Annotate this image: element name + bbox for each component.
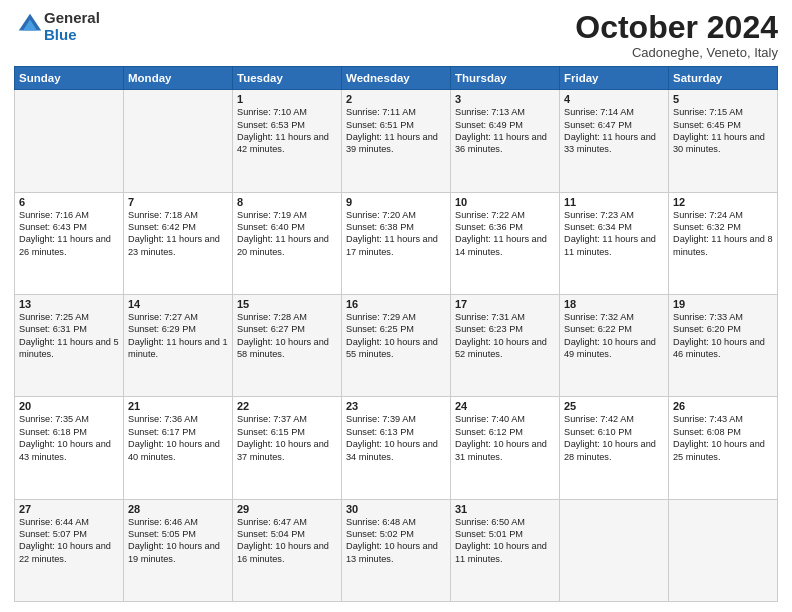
day-number: 11	[564, 196, 664, 208]
logo: General Blue	[14, 10, 100, 43]
day-info: Sunrise: 7:14 AM Sunset: 6:47 PM Dayligh…	[564, 106, 664, 156]
calendar-cell	[669, 499, 778, 601]
day-number: 7	[128, 196, 228, 208]
calendar-cell: 21Sunrise: 7:36 AM Sunset: 6:17 PM Dayli…	[124, 397, 233, 499]
day-number: 15	[237, 298, 337, 310]
day-info: Sunrise: 7:40 AM Sunset: 6:12 PM Dayligh…	[455, 413, 555, 463]
logo-text-blue: Blue	[44, 27, 100, 44]
week-row-2: 6Sunrise: 7:16 AM Sunset: 6:43 PM Daylig…	[15, 192, 778, 294]
day-number: 23	[346, 400, 446, 412]
day-number: 17	[455, 298, 555, 310]
calendar-cell: 22Sunrise: 7:37 AM Sunset: 6:15 PM Dayli…	[233, 397, 342, 499]
day-info: Sunrise: 7:20 AM Sunset: 6:38 PM Dayligh…	[346, 209, 446, 259]
day-number: 14	[128, 298, 228, 310]
calendar-cell: 23Sunrise: 7:39 AM Sunset: 6:13 PM Dayli…	[342, 397, 451, 499]
day-info: Sunrise: 7:37 AM Sunset: 6:15 PM Dayligh…	[237, 413, 337, 463]
day-number: 31	[455, 503, 555, 515]
day-info: Sunrise: 6:48 AM Sunset: 5:02 PM Dayligh…	[346, 516, 446, 566]
day-number: 19	[673, 298, 773, 310]
weekday-header-row: SundayMondayTuesdayWednesdayThursdayFrid…	[15, 67, 778, 90]
day-info: Sunrise: 7:39 AM Sunset: 6:13 PM Dayligh…	[346, 413, 446, 463]
calendar-cell: 11Sunrise: 7:23 AM Sunset: 6:34 PM Dayli…	[560, 192, 669, 294]
calendar-cell: 25Sunrise: 7:42 AM Sunset: 6:10 PM Dayli…	[560, 397, 669, 499]
calendar-cell: 31Sunrise: 6:50 AM Sunset: 5:01 PM Dayli…	[451, 499, 560, 601]
calendar-cell: 26Sunrise: 7:43 AM Sunset: 6:08 PM Dayli…	[669, 397, 778, 499]
day-number: 22	[237, 400, 337, 412]
day-info: Sunrise: 7:42 AM Sunset: 6:10 PM Dayligh…	[564, 413, 664, 463]
calendar-cell: 8Sunrise: 7:19 AM Sunset: 6:40 PM Daylig…	[233, 192, 342, 294]
calendar-cell: 5Sunrise: 7:15 AM Sunset: 6:45 PM Daylig…	[669, 90, 778, 192]
logo-text-general: General	[44, 10, 100, 27]
day-number: 28	[128, 503, 228, 515]
calendar-cell: 1Sunrise: 7:10 AM Sunset: 6:53 PM Daylig…	[233, 90, 342, 192]
day-info: Sunrise: 7:33 AM Sunset: 6:20 PM Dayligh…	[673, 311, 773, 361]
day-info: Sunrise: 7:32 AM Sunset: 6:22 PM Dayligh…	[564, 311, 664, 361]
day-number: 4	[564, 93, 664, 105]
day-info: Sunrise: 6:50 AM Sunset: 5:01 PM Dayligh…	[455, 516, 555, 566]
calendar-cell: 20Sunrise: 7:35 AM Sunset: 6:18 PM Dayli…	[15, 397, 124, 499]
day-number: 24	[455, 400, 555, 412]
calendar-cell: 15Sunrise: 7:28 AM Sunset: 6:27 PM Dayli…	[233, 294, 342, 396]
calendar-cell: 17Sunrise: 7:31 AM Sunset: 6:23 PM Dayli…	[451, 294, 560, 396]
day-info: Sunrise: 7:22 AM Sunset: 6:36 PM Dayligh…	[455, 209, 555, 259]
page: General Blue October 2024 Cadoneghe, Ven…	[0, 0, 792, 612]
calendar-cell: 9Sunrise: 7:20 AM Sunset: 6:38 PM Daylig…	[342, 192, 451, 294]
day-number: 8	[237, 196, 337, 208]
day-number: 12	[673, 196, 773, 208]
calendar-table: SundayMondayTuesdayWednesdayThursdayFrid…	[14, 66, 778, 602]
calendar-cell: 18Sunrise: 7:32 AM Sunset: 6:22 PM Dayli…	[560, 294, 669, 396]
day-info: Sunrise: 7:35 AM Sunset: 6:18 PM Dayligh…	[19, 413, 119, 463]
header: General Blue October 2024 Cadoneghe, Ven…	[14, 10, 778, 60]
calendar-cell	[15, 90, 124, 192]
day-number: 16	[346, 298, 446, 310]
week-row-3: 13Sunrise: 7:25 AM Sunset: 6:31 PM Dayli…	[15, 294, 778, 396]
day-info: Sunrise: 7:11 AM Sunset: 6:51 PM Dayligh…	[346, 106, 446, 156]
day-info: Sunrise: 7:25 AM Sunset: 6:31 PM Dayligh…	[19, 311, 119, 361]
day-info: Sunrise: 7:28 AM Sunset: 6:27 PM Dayligh…	[237, 311, 337, 361]
day-info: Sunrise: 7:19 AM Sunset: 6:40 PM Dayligh…	[237, 209, 337, 259]
day-info: Sunrise: 7:43 AM Sunset: 6:08 PM Dayligh…	[673, 413, 773, 463]
day-number: 9	[346, 196, 446, 208]
day-number: 26	[673, 400, 773, 412]
calendar-cell: 24Sunrise: 7:40 AM Sunset: 6:12 PM Dayli…	[451, 397, 560, 499]
logo-icon	[16, 11, 44, 39]
title-block: October 2024 Cadoneghe, Veneto, Italy	[575, 10, 778, 60]
day-number: 20	[19, 400, 119, 412]
day-number: 2	[346, 93, 446, 105]
month-title: October 2024	[575, 10, 778, 45]
calendar-cell	[124, 90, 233, 192]
weekday-header-monday: Monday	[124, 67, 233, 90]
calendar-cell: 14Sunrise: 7:27 AM Sunset: 6:29 PM Dayli…	[124, 294, 233, 396]
day-info: Sunrise: 7:16 AM Sunset: 6:43 PM Dayligh…	[19, 209, 119, 259]
calendar-cell: 10Sunrise: 7:22 AM Sunset: 6:36 PM Dayli…	[451, 192, 560, 294]
day-number: 27	[19, 503, 119, 515]
day-number: 5	[673, 93, 773, 105]
day-info: Sunrise: 7:27 AM Sunset: 6:29 PM Dayligh…	[128, 311, 228, 361]
day-info: Sunrise: 7:29 AM Sunset: 6:25 PM Dayligh…	[346, 311, 446, 361]
weekday-header-saturday: Saturday	[669, 67, 778, 90]
day-info: Sunrise: 7:13 AM Sunset: 6:49 PM Dayligh…	[455, 106, 555, 156]
calendar-cell: 27Sunrise: 6:44 AM Sunset: 5:07 PM Dayli…	[15, 499, 124, 601]
day-info: Sunrise: 7:36 AM Sunset: 6:17 PM Dayligh…	[128, 413, 228, 463]
calendar-cell: 2Sunrise: 7:11 AM Sunset: 6:51 PM Daylig…	[342, 90, 451, 192]
weekday-header-friday: Friday	[560, 67, 669, 90]
location: Cadoneghe, Veneto, Italy	[575, 45, 778, 60]
day-number: 29	[237, 503, 337, 515]
day-number: 6	[19, 196, 119, 208]
weekday-header-sunday: Sunday	[15, 67, 124, 90]
weekday-header-thursday: Thursday	[451, 67, 560, 90]
day-info: Sunrise: 7:10 AM Sunset: 6:53 PM Dayligh…	[237, 106, 337, 156]
calendar-cell: 19Sunrise: 7:33 AM Sunset: 6:20 PM Dayli…	[669, 294, 778, 396]
day-info: Sunrise: 7:23 AM Sunset: 6:34 PM Dayligh…	[564, 209, 664, 259]
calendar-cell	[560, 499, 669, 601]
calendar-body: 1Sunrise: 7:10 AM Sunset: 6:53 PM Daylig…	[15, 90, 778, 602]
week-row-1: 1Sunrise: 7:10 AM Sunset: 6:53 PM Daylig…	[15, 90, 778, 192]
weekday-header-tuesday: Tuesday	[233, 67, 342, 90]
calendar-cell: 16Sunrise: 7:29 AM Sunset: 6:25 PM Dayli…	[342, 294, 451, 396]
day-number: 10	[455, 196, 555, 208]
calendar-cell: 29Sunrise: 6:47 AM Sunset: 5:04 PM Dayli…	[233, 499, 342, 601]
calendar-cell: 28Sunrise: 6:46 AM Sunset: 5:05 PM Dayli…	[124, 499, 233, 601]
day-info: Sunrise: 7:24 AM Sunset: 6:32 PM Dayligh…	[673, 209, 773, 259]
week-row-4: 20Sunrise: 7:35 AM Sunset: 6:18 PM Dayli…	[15, 397, 778, 499]
calendar-cell: 12Sunrise: 7:24 AM Sunset: 6:32 PM Dayli…	[669, 192, 778, 294]
